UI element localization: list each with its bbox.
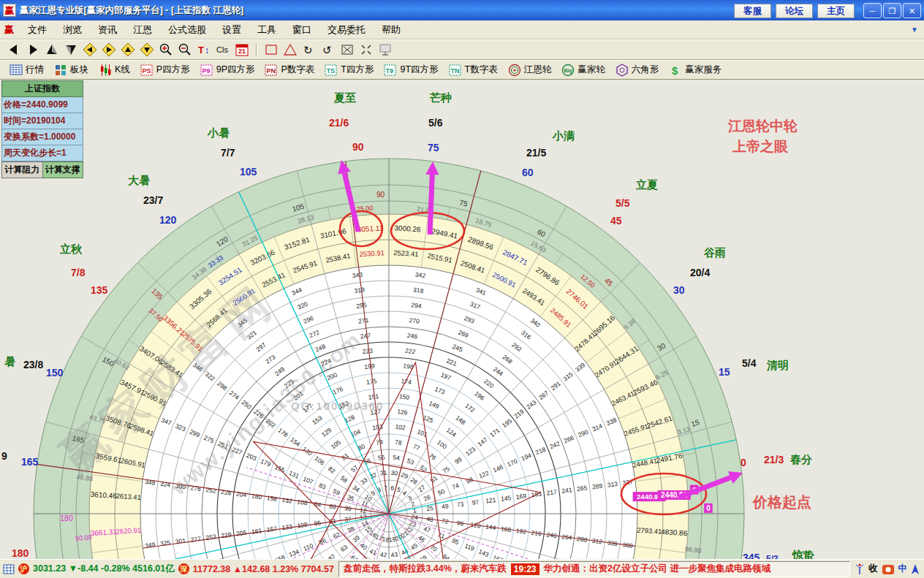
news-item-2[interactable]: 华力创通：出资2亿设立子公司 进一步聚焦集成电路领域 [544,563,770,575]
peripheral-label: 立夏 [635,178,658,191]
tool-hexagon[interactable]: 六角形 [610,61,664,79]
tool-p-square[interactable]: PSP四方形 [135,61,195,79]
peripheral-label: 120 [159,214,177,226]
rect-tool-icon[interactable] [262,42,281,58]
hexagon-label: 六角形 [632,64,659,76]
svg-text:228: 228 [221,488,232,497]
toolbar-separator [256,43,257,56]
triangle-tool-icon[interactable] [281,42,300,58]
service-button[interactable]: 客服 [734,4,771,18]
svg-text:313: 313 [607,480,618,489]
center-view-icon[interactable] [357,42,376,58]
tool-kline[interactable]: K线 [94,61,135,79]
rotate-ccw-icon[interactable]: ↺ [319,42,338,58]
peripheral-label: 暑 [4,355,15,368]
cls-icon[interactable]: Cls [213,42,232,58]
tool-sectors[interactable]: 板块 [49,61,94,79]
svg-text:97: 97 [472,498,480,506]
annotation-text: 江恩轮中轮 [727,118,798,134]
peripheral-label: 75 [428,142,439,153]
9p-square-icon: P9 [200,64,213,77]
peripheral-label: 165 [21,456,39,468]
screen-icon[interactable] [376,42,395,58]
shift-right-icon[interactable] [99,42,118,58]
home-button[interactable]: 主页 [817,4,855,18]
svg-text:325: 325 [159,539,171,547]
svg-text:222: 222 [405,347,417,356]
instrument-title: 上证指数 [1,80,83,97]
menu-item-浏览[interactable]: 浏览 [55,20,90,39]
peripheral-label: 小满 [552,129,575,142]
calc-support-button[interactable]: 计算支撑 [43,161,84,178]
svg-text:TS: TS [327,67,336,75]
menu-item-公式选股[interactable]: 公式选股 [160,20,214,39]
t-updown-icon[interactable]: T↕ [194,42,213,58]
menu-item-资讯[interactable]: 资讯 [90,20,125,39]
maximize-button[interactable]: ❐ [883,3,901,18]
calc-resistance-button[interactable]: 计算阻力 [1,161,43,178]
app-logo-icon: 赢 [3,4,16,17]
menu-item-工具[interactable]: 工具 [249,20,284,39]
tool-9p-square[interactable]: P99P四方形 [195,61,260,79]
step-row: 周天变化步长=1 [1,145,83,161]
svg-text:T: T [198,45,204,56]
forum-button[interactable]: 论坛 [776,4,813,18]
menu-item-江恩[interactable]: 江恩 [125,20,160,39]
zoom-out-icon[interactable] [175,42,194,58]
hexagon-icon [616,64,629,77]
page-right-icon[interactable] [23,42,42,58]
news-ticker[interactable]: 盘前走低，特斯拉跌3.44%，蔚来汽车跌 19:23 华力创通：出资2亿设立子公… [338,561,850,577]
shift-down-icon[interactable] [137,42,156,58]
peripheral-label: 345 [743,552,760,559]
tool-t-square[interactable]: TST四方形 [319,61,379,79]
news-item-1[interactable]: 盘前走低，特斯拉跌3.44%，蔚来汽车跌 [344,563,507,575]
tool-winner-wheel[interactable]: Big赢家轮 [556,61,610,79]
peripheral-label: 5/3 [766,554,779,559]
tool-gann-wheel[interactable]: 江恩轮 [503,61,557,79]
tool-quote[interactable]: 行情 [4,61,49,79]
tool-9t-square[interactable]: T99T四方形 [379,61,443,79]
svg-text:157: 157 [266,525,278,533]
minimize-button[interactable]: ─ [863,3,882,18]
peripheral-label: 芒种 [429,91,452,104]
page-down-icon[interactable] [61,42,80,58]
hotline-icon[interactable] [882,563,895,575]
menu-item-窗口[interactable]: 窗口 [284,20,319,39]
svg-text:150: 150 [398,392,410,401]
status-bar: 沪 3031.23 ▼-8.44 -0.28% 4516.01亿 深 11772… [0,559,924,578]
svg-text:180: 180 [251,492,262,501]
zoom-in-icon[interactable] [156,42,175,58]
svg-text:343: 343 [352,270,363,279]
svg-text:50.00: 50.00 [75,533,92,542]
chart-area: 1234567891011121314151617181920212223242… [0,80,924,559]
svg-text:2523.41: 2523.41 [393,248,419,258]
menu-item-交易委托[interactable]: 交易委托 [319,20,374,39]
calendar-icon[interactable]: 21 [232,42,251,58]
svg-text:174: 174 [401,377,412,386]
shift-up-icon[interactable] [118,42,137,58]
coefficient-row: 变换系数=1.00000 [1,129,83,145]
svg-text:78: 78 [395,438,403,446]
svg-text:199: 199 [364,362,376,370]
tool-winner-service[interactable]: $赢家服务 [664,61,727,79]
shift-left-icon[interactable] [80,42,99,58]
gann-wheel-icon [508,64,521,77]
box-x-icon[interactable] [338,42,357,58]
menu-item-帮助[interactable]: 帮助 [374,20,409,39]
peripheral-label: 21/5 [526,147,546,159]
menu-overflow-arrow-icon[interactable]: ▼ [905,26,924,34]
tool-t-table[interactable]: TNT数字表 [444,61,503,79]
winner-service-icon: $ [669,64,682,77]
menu-item-文件[interactable]: 文件 [20,20,55,39]
tool-p-table[interactable]: PNP数字表 [260,61,319,79]
menu-item-设置[interactable]: 设置 [214,20,249,39]
peripheral-label: 7/7 [221,147,235,159]
svg-text:2793.41: 2793.41 [637,526,662,536]
peripheral-label: 0 [741,457,746,468]
rotate-cw-icon[interactable]: ↻ [300,42,319,58]
center-label[interactable]: 中 [898,563,908,575]
page-up-icon[interactable] [42,42,61,58]
close-button[interactable]: ✕ [903,3,921,18]
page-left-icon[interactable] [4,42,23,58]
quote-grid-icon[interactable] [3,564,15,574]
